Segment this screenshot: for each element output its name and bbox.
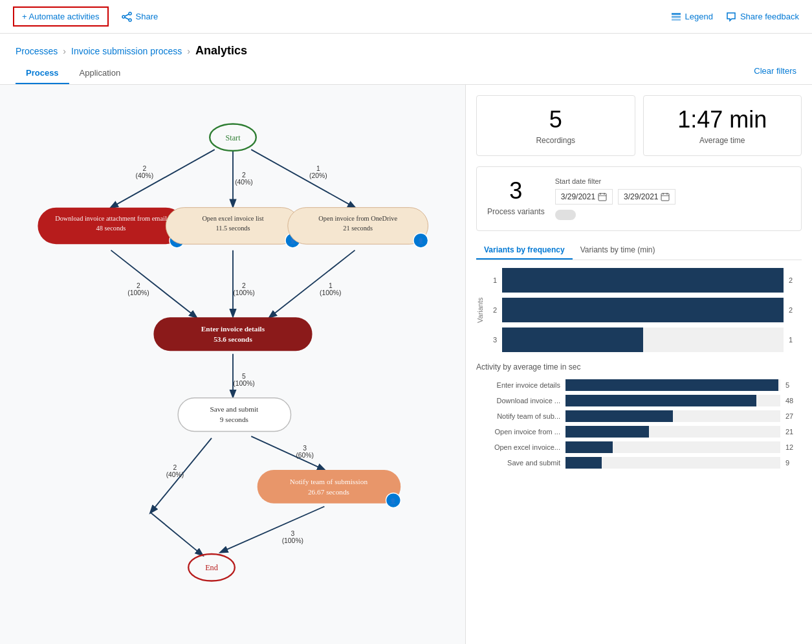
recordings-value: 5 bbox=[487, 106, 624, 133]
svg-line-18 bbox=[151, 513, 203, 555]
variants-chart: Variants 1 2 2 2 bbox=[476, 268, 802, 352]
svg-line-11 bbox=[111, 250, 196, 318]
svg-text:👤: 👤 bbox=[417, 238, 424, 245]
recordings-card: 5 Recordings bbox=[476, 95, 635, 156]
svg-rect-69 bbox=[598, 194, 606, 201]
svg-text:26.67 seconds: 26.67 seconds bbox=[308, 488, 349, 496]
svg-line-10 bbox=[251, 150, 355, 208]
breadcrumb-sep1: › bbox=[63, 46, 66, 56]
automate-button[interactable]: + Automate activities bbox=[13, 6, 109, 27]
header: + Automate activities Share Legend Share… bbox=[0, 0, 812, 34]
svg-text:(40%): (40%) bbox=[136, 172, 154, 179]
svg-line-8 bbox=[111, 150, 214, 208]
svg-text:End: End bbox=[205, 563, 218, 572]
svg-text:48 seconds: 48 seconds bbox=[96, 225, 126, 232]
svg-text:Open excel invoice list: Open excel invoice list bbox=[202, 215, 263, 222]
svg-rect-59 bbox=[178, 398, 291, 432]
svg-text:(100%): (100%) bbox=[320, 289, 341, 296]
date-from[interactable]: 3/29/2021 bbox=[555, 189, 613, 205]
date-inputs: 3/29/2021 3/29/2021 bbox=[555, 189, 791, 205]
variants-section: 3 Process variants Start date filter 3/2… bbox=[476, 166, 802, 231]
share-button[interactable]: Share bbox=[122, 12, 159, 22]
breadcrumb-current: Analytics bbox=[195, 44, 247, 58]
svg-line-17 bbox=[221, 506, 324, 552]
legend-icon bbox=[671, 12, 681, 22]
date-to[interactable]: 3/29/2021 bbox=[618, 189, 675, 205]
breadcrumb-sep2: › bbox=[187, 46, 190, 56]
chart-tabs: Variants by frequency Variants by time (… bbox=[476, 241, 802, 260]
svg-text:9 seconds: 9 seconds bbox=[220, 416, 248, 423]
svg-text:2: 2 bbox=[173, 464, 177, 471]
calendar-from-icon bbox=[598, 192, 607, 201]
variants-left: 3 Process variants bbox=[487, 177, 545, 216]
svg-rect-56 bbox=[153, 317, 312, 351]
recordings-label: Recordings bbox=[487, 136, 624, 145]
svg-text:3: 3 bbox=[303, 445, 307, 452]
activity-title: Activity by average time in sec bbox=[476, 362, 802, 372]
tab-process[interactable]: Process bbox=[16, 63, 69, 84]
svg-rect-62 bbox=[258, 470, 401, 504]
share-icon bbox=[122, 12, 132, 22]
tab-frequency[interactable]: Variants by frequency bbox=[476, 241, 573, 260]
svg-text:1: 1 bbox=[316, 165, 320, 172]
activity-row-enter: Enter invoice details 5 bbox=[476, 379, 802, 391]
breadcrumb-processes[interactable]: Processes bbox=[16, 46, 58, 56]
svg-text:(100%): (100%) bbox=[282, 537, 303, 544]
svg-text:(40%): (40%) bbox=[166, 471, 184, 478]
svg-line-3 bbox=[125, 14, 129, 16]
svg-text:53.6 seconds: 53.6 seconds bbox=[214, 335, 252, 343]
svg-text:Start: Start bbox=[225, 133, 241, 142]
svg-rect-7 bbox=[672, 19, 681, 21]
svg-text:11.5 seconds: 11.5 seconds bbox=[215, 225, 250, 232]
diagram-area: 2 (40%) 2 (40%) 1 (20%) 2 (100%) 2 (100%… bbox=[0, 85, 466, 644]
svg-rect-73 bbox=[661, 194, 669, 201]
avg-time-card: 1:47 min Average time bbox=[643, 95, 802, 156]
legend-button[interactable]: Legend bbox=[671, 12, 713, 22]
variant-bar-2: 2 2 bbox=[484, 298, 802, 322]
svg-rect-5 bbox=[672, 13, 681, 15]
date-filter-toggle[interactable] bbox=[555, 210, 576, 220]
tab-application[interactable]: Application bbox=[69, 63, 131, 84]
svg-text:(100%): (100%) bbox=[233, 380, 254, 387]
activity-row-download: Download invoice ... 48 bbox=[476, 395, 802, 406]
svg-text:21 seconds: 21 seconds bbox=[343, 225, 373, 232]
avg-time-label: Average time bbox=[654, 136, 791, 145]
tab-time[interactable]: Variants by time (min) bbox=[573, 241, 663, 260]
svg-text:(40%): (40%) bbox=[235, 179, 253, 186]
tabs-bar: Process Application Clear filters bbox=[0, 63, 812, 85]
svg-line-13 bbox=[270, 250, 355, 318]
svg-text:3: 3 bbox=[291, 530, 294, 537]
date-filter-label: Start date filter bbox=[555, 177, 791, 185]
variants-right: Start date filter 3/29/2021 3/29/2021 bbox=[555, 177, 791, 220]
stats-row: 5 Recordings 1:47 min Average time bbox=[476, 95, 802, 156]
variants-value: 3 bbox=[487, 177, 545, 205]
share-feedback-button[interactable]: Share feedback bbox=[726, 12, 799, 22]
svg-text:2: 2 bbox=[142, 165, 146, 172]
svg-line-4 bbox=[125, 17, 129, 19]
activity-row-openfrom: Open invoice from ... 21 bbox=[476, 426, 802, 438]
svg-text:Open invoice from OneDrive: Open invoice from OneDrive bbox=[318, 215, 397, 222]
svg-point-2 bbox=[129, 19, 131, 21]
breadcrumb-process-name[interactable]: Invoice submission process bbox=[71, 46, 182, 56]
svg-point-1 bbox=[122, 16, 125, 18]
svg-text:2: 2 bbox=[242, 172, 246, 179]
process-diagram: 2 (40%) 2 (40%) 1 (20%) 2 (100%) 2 (100%… bbox=[13, 98, 453, 628]
svg-text:(100%): (100%) bbox=[127, 289, 149, 296]
svg-text:(100%): (100%) bbox=[233, 289, 254, 296]
svg-text:Enter invoice details: Enter invoice details bbox=[201, 325, 265, 333]
svg-text:Save and submit: Save and submit bbox=[210, 405, 259, 413]
main-content: 2 (40%) 2 (40%) 1 (20%) 2 (100%) 2 (100%… bbox=[0, 85, 812, 644]
variants-chart-y-label: Variants bbox=[476, 268, 484, 352]
header-right: Legend Share feedback bbox=[671, 12, 799, 22]
variants-label: Process variants bbox=[487, 207, 545, 216]
svg-text:1: 1 bbox=[329, 282, 333, 289]
svg-point-0 bbox=[129, 12, 131, 15]
svg-rect-6 bbox=[672, 16, 681, 17]
feedback-icon bbox=[726, 12, 736, 22]
clear-filters-link[interactable]: Clear filters bbox=[754, 66, 796, 81]
right-panel: 5 Recordings 1:47 min Average time 3 Pro… bbox=[466, 85, 812, 644]
svg-text:2: 2 bbox=[242, 282, 246, 289]
svg-text:(20%): (20%) bbox=[309, 172, 327, 179]
svg-text:2: 2 bbox=[137, 282, 140, 289]
svg-text:5: 5 bbox=[242, 373, 246, 380]
